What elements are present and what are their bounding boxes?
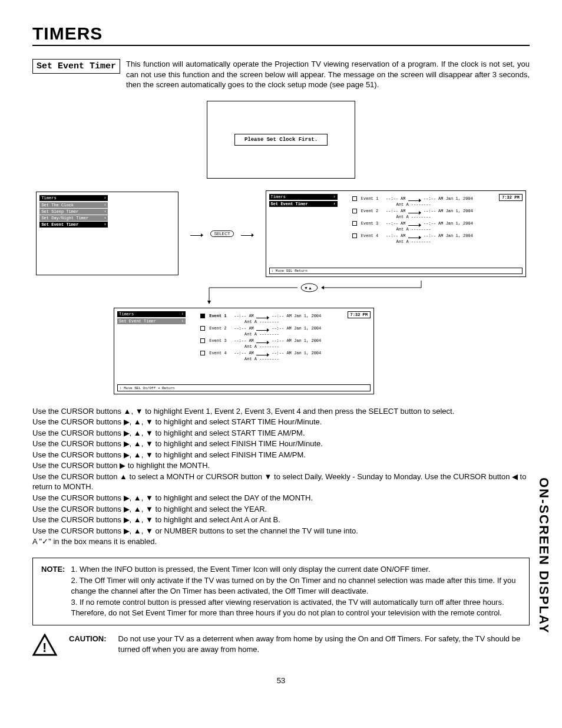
event-row: Event 2 --:-- AM --:-- AM Jan 1, 2004	[200, 326, 321, 331]
caution-label: CAUTION:	[69, 634, 107, 644]
screen-event-list: 7:32 PM Timers› Set Event Timer› Event 1…	[266, 190, 526, 277]
menu-subheader: Set Event Timer	[119, 319, 156, 324]
event-row: Event 4 --:-- AM --:-- AM Jan 1, 2004	[200, 351, 321, 355]
event-antenna: Ant A --------	[396, 215, 473, 219]
svg-text:!: !	[42, 640, 47, 655]
menu-item: Set Day/Night Timer	[41, 216, 88, 220]
instruction-line: Use the CURSOR buttons ▶, ▲, ▼ to highli…	[32, 493, 530, 503]
event-antenna: Ant A --------	[396, 239, 473, 244]
svg-marker-2	[321, 286, 324, 289]
svg-text:▼▲: ▼▲	[304, 286, 312, 290]
intro-paragraph: This function will automatically operate…	[126, 59, 530, 90]
clock-warning-screen: Please Set Clock First.	[207, 101, 355, 179]
page-number: 53	[32, 676, 530, 685]
event-antenna: Ant A --------	[244, 319, 321, 324]
note-line: 1. When the INFO button is pressed, the …	[71, 564, 521, 575]
event-antenna: Ant A --------	[396, 202, 473, 207]
event-row: Event 3 --:-- AM --:-- AM Jan 1, 2004	[352, 221, 473, 226]
note-line: 2. The Off Timer will only activate if t…	[71, 575, 521, 596]
clock-display: 7:32 PM	[499, 194, 522, 201]
instruction-line: Use the CURSOR buttons ▲, ▼ to highlight…	[32, 406, 530, 417]
warning-icon: !	[32, 634, 57, 660]
event-row: Event 2 --:-- AM --:-- AM Jan 1, 2004	[352, 209, 473, 213]
instruction-line: Use the CURSOR button ▶ to highlight the…	[32, 460, 530, 471]
instruction-line: Use the CURSOR button ▲ to select a MONT…	[32, 472, 530, 492]
screen-timers-menu: Timers› Set The Clock› Set Sleep Timer› …	[36, 192, 178, 275]
note-content: 1. When the INFO button is pressed, the …	[71, 564, 521, 620]
menu-header: Timers	[41, 196, 56, 200]
instruction-line: Use the CURSOR buttons ▶, ▲, ▼ to highli…	[32, 504, 530, 515]
menu-item: Set The Clock	[41, 203, 74, 207]
event-row: Event 1 --:-- AM --:-- AM Jan 1, 2004	[352, 196, 473, 201]
event-antenna: Ant A --------	[244, 332, 321, 337]
instruction-line: A "✓" in the box means it is enabled.	[32, 536, 530, 547]
instruction-line: Use the CURSOR buttons ▶, ▲, ▼ to highli…	[32, 428, 530, 439]
instruction-line: Use the CURSOR buttons ▶, ▲, ▼ or NUMBER…	[32, 526, 530, 536]
section-side-label: ON-SCREEN DISPLAY	[536, 477, 551, 634]
select-button-icon: SELECT	[210, 230, 233, 237]
screen-footer: ↕ Move SEL Return	[269, 268, 523, 274]
event-antenna: Ant A --------	[244, 344, 321, 349]
event-row: Event 1 --:-- AM --:-- AM Jan 1, 2004	[200, 314, 321, 318]
menu-subheader: Set Event Timer	[271, 202, 308, 206]
chevron-right-icon: ›	[104, 196, 106, 200]
caution-text: Do not use your TV as a deterrent when a…	[118, 634, 530, 654]
event-row: Event 3 --:-- AM --:-- AM Jan 1, 2004	[200, 338, 321, 343]
flow-connector: ▼▲	[91, 281, 480, 304]
flow-arrow: SELECT	[190, 230, 253, 237]
screen-footer: ↕ Move SEL On/Off ◂ Return	[117, 384, 371, 391]
event-antenna: Ant A --------	[396, 227, 473, 232]
svg-marker-7	[207, 301, 211, 304]
note-line: 3. If no remote control button is presse…	[71, 597, 521, 618]
instruction-line: Use the CURSOR buttons ▶, ▲, ▼ to highli…	[32, 417, 530, 427]
menu-item-selected: Set Event Timer	[41, 222, 78, 227]
menu-header: Timers	[119, 312, 134, 317]
event-row: Event 4 --:-- AM --:-- AM Jan 1, 2004	[352, 233, 473, 238]
menu-item: Set Sleep Timer	[41, 209, 78, 214]
note-box: NOTE: 1. When the INFO button is pressed…	[32, 558, 530, 626]
instruction-line: Use the CURSOR buttons ▶, ▲, ▼ to highli…	[32, 450, 530, 460]
menu-header: Timers	[271, 195, 286, 199]
section-label: Set Event Timer	[32, 59, 120, 74]
note-label: NOTE:	[41, 564, 65, 620]
instruction-line: Use the CURSOR buttons ▶, ▲, ▼ to highli…	[32, 439, 530, 449]
screen-event-edit: 7:32 PM Timers› Set Event Timer› Event 1…	[114, 308, 374, 394]
clock-display: 7:32 PM	[348, 311, 371, 318]
instructions-block: Use the CURSOR buttons ▲, ▼ to highlight…	[32, 406, 530, 547]
clock-warning-text: Please Set Clock First.	[234, 134, 328, 146]
event-antenna: Ant A --------	[244, 357, 321, 361]
instruction-line: Use the CURSOR buttons ▶, ▲, ▼ to highli…	[32, 515, 530, 525]
page-title: TIMERS	[32, 24, 530, 46]
